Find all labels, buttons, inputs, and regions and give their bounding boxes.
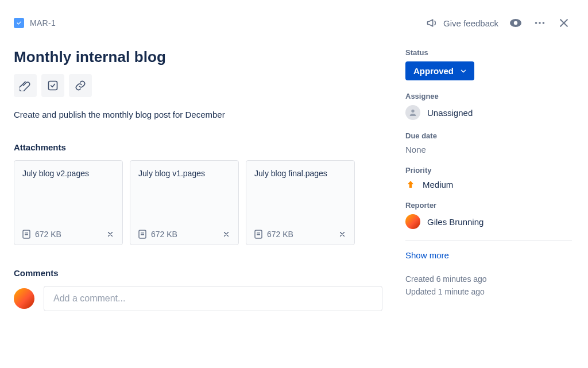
divider [405,241,572,241]
due-date-label: Due date [405,131,572,140]
svg-point-15 [411,110,414,113]
due-date-value: None [405,145,572,154]
due-date-field[interactable]: Due date None [405,131,572,154]
svg-rect-2 [25,233,28,234]
reporter-avatar [405,214,420,229]
priority-label: Priority [405,166,572,175]
assignee-label: Assignee [405,92,572,100]
link-button[interactable] [69,74,92,97]
subtask-icon [47,80,59,91]
attachment-card[interactable]: July blog final.pages 672 KB [246,160,355,245]
doc-icon [138,230,146,239]
give-feedback-button[interactable]: Give feedback [426,17,498,29]
megaphone-icon [426,17,438,29]
close-icon [222,230,230,238]
svg-rect-8 [257,233,260,234]
status-label: Status [405,48,572,57]
watch-button[interactable] [508,15,524,31]
attachment-size: 672 KB [35,230,61,239]
attachments-section-title: Attachments [14,142,382,152]
watch-icon [509,16,523,30]
reporter-value: Giles Brunning [427,217,483,227]
issue-type-icon [14,18,24,28]
svg-point-11 [514,21,517,25]
assignee-avatar [405,105,420,120]
comment-input[interactable] [44,286,382,311]
priority-field[interactable]: Priority Medium [405,166,572,189]
current-user-avatar [14,288,34,309]
issue-key-link[interactable]: MAR-1 [14,18,56,28]
svg-point-13 [539,22,541,24]
status-field: Status Approved [405,48,572,80]
svg-point-14 [543,22,545,24]
status-value: Approved [413,66,454,76]
svg-rect-0 [49,82,57,90]
remove-attachment-button[interactable] [222,230,230,238]
issue-description[interactable]: Create and publish the monthly blog post… [14,110,382,119]
priority-value: Medium [423,180,453,189]
person-icon [408,108,417,117]
svg-rect-6 [141,234,144,235]
status-dropdown[interactable]: Approved [405,61,474,80]
created-meta: Created 6 minutes ago [405,273,572,285]
assignee-field[interactable]: Assignee Unassigned [405,92,572,120]
close-icon [338,230,346,238]
comment-composer [14,286,382,311]
attachment-size: 672 KB [151,230,177,239]
close-icon [558,17,570,29]
link-icon [75,80,86,91]
show-more-link[interactable]: Show more [405,250,572,260]
breadcrumb: MAR-1 [14,14,382,32]
chevron-down-icon [459,67,467,75]
attach-icon [20,80,31,91]
reporter-label: Reporter [405,201,572,210]
attachment-card[interactable]: July blog v1.pages 672 KB [130,160,239,245]
attachment-name: July blog v1.pages [138,169,230,178]
svg-rect-9 [257,234,260,235]
attachment-name: July blog final.pages [254,169,346,178]
attachment-name: July blog v2.pages [22,169,114,178]
attach-button[interactable] [14,74,37,97]
doc-icon [22,230,30,239]
reporter-field[interactable]: Reporter Giles Brunning [405,201,572,229]
remove-attachment-button[interactable] [106,230,114,238]
attachment-size: 672 KB [267,230,293,239]
comments-section-title: Comments [14,268,382,278]
remove-attachment-button[interactable] [338,230,346,238]
attachments-list: July blog v2.pages 672 KB July blog v1.p… [14,160,382,245]
more-icon [533,17,546,29]
doc-icon [254,230,262,239]
more-actions-button[interactable] [532,15,548,31]
close-dialog-button[interactable] [556,15,572,31]
page-title[interactable]: Monthly internal blog [14,48,382,66]
issue-toolbar [14,74,382,97]
attachment-card[interactable]: July blog v2.pages 672 KB [14,160,123,245]
updated-meta: Updated 1 minute ago [405,285,572,298]
svg-rect-3 [25,234,28,235]
issue-key-text: MAR-1 [30,18,56,28]
feedback-label: Give feedback [443,18,498,28]
assignee-value: Unassigned [427,108,473,118]
add-subtask-button[interactable] [41,74,64,97]
close-icon [106,230,114,238]
svg-rect-5 [141,233,144,234]
svg-point-12 [535,22,537,24]
priority-medium-icon [405,179,416,189]
